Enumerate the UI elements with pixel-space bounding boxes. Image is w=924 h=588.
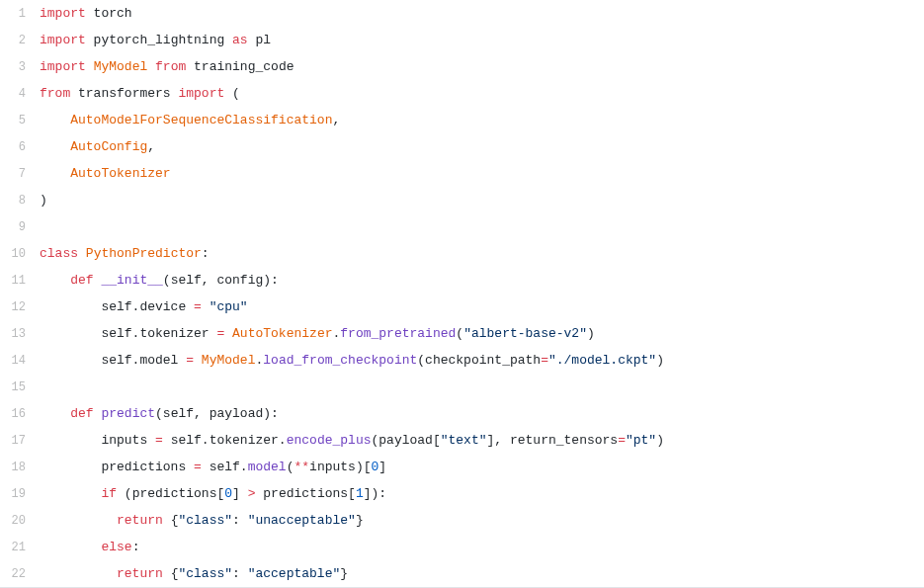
token-kw: return	[117, 513, 163, 528]
code-content[interactable]: self.device = "cpu"	[40, 294, 248, 320]
code-content[interactable]: AutoConfig,	[40, 133, 155, 160]
token-plain: {	[163, 513, 179, 528]
line-number: 1	[0, 7, 40, 21]
code-content[interactable]: return {"class": "unacceptable"}	[40, 507, 364, 534]
code-line[interactable]: 7 AutoTokenizer	[0, 160, 924, 187]
code-line[interactable]: 5 AutoModelForSequenceClassification,	[0, 107, 924, 133]
code-content[interactable]: from transformers import (	[40, 80, 240, 107]
code-content[interactable]: self.tokenizer = AutoTokenizer.from_pret…	[40, 320, 595, 347]
token-plain: (self, payload):	[155, 406, 279, 421]
code-content[interactable]: return {"class": "acceptable"}	[40, 560, 348, 587]
code-line[interactable]: 2import pytorch_lightning as pl	[0, 27, 924, 53]
token-plain: (self, config):	[163, 273, 279, 288]
code-line[interactable]: 14 self.model = MyModel.load_from_checkp…	[0, 347, 924, 374]
token-plain: predictions	[40, 460, 194, 474]
line-number: 5	[0, 114, 40, 127]
code-content[interactable]: else:	[40, 534, 139, 560]
line-number: 10	[0, 247, 40, 261]
token-plain	[224, 326, 232, 341]
token-fn: __init__	[101, 273, 162, 288]
code-line[interactable]: 17 inputs = self.tokenizer.encode_plus(p…	[0, 427, 924, 454]
token-plain: :	[232, 566, 248, 581]
token-fn: model	[248, 460, 287, 474]
code-line[interactable]: 22 return {"class": "acceptable"}	[0, 560, 924, 587]
token-kw: if	[101, 486, 117, 501]
code-content[interactable]: def __init__(self, config):	[40, 267, 279, 294]
code-line[interactable]: 15	[0, 374, 924, 400]
code-line[interactable]: 20 return {"class": "unacceptable"}	[0, 507, 924, 534]
code-editor[interactable]: 1import torch2import pytorch_lightning a…	[0, 0, 924, 588]
line-number: 2	[0, 34, 40, 47]
line-number: 11	[0, 274, 40, 288]
code-line[interactable]: 21 else:	[0, 534, 924, 560]
token-plain	[40, 513, 117, 528]
token-kw: =	[155, 433, 163, 448]
token-cls: MyModel	[94, 59, 148, 74]
code-line[interactable]: 3import MyModel from training_code	[0, 53, 924, 80]
code-content[interactable]: if (predictions[0] > predictions[1]):	[40, 480, 386, 507]
code-line[interactable]: 16 def predict(self, payload):	[0, 400, 924, 427]
token-kw: from	[155, 59, 186, 74]
token-plain: }	[356, 513, 364, 528]
line-number: 15	[0, 380, 40, 394]
code-content[interactable]: import MyModel from training_code	[40, 53, 294, 80]
token-fn: encode_plus	[287, 433, 372, 448]
token-plain	[40, 113, 70, 127]
token-cls: MyModel	[202, 353, 256, 368]
code-content[interactable]: self.model = MyModel.load_from_checkpoin…	[40, 347, 664, 374]
code-line[interactable]: 12 self.device = "cpu"	[0, 294, 924, 320]
token-plain: ], return_tensors	[487, 433, 619, 448]
code-line[interactable]: 11 def __init__(self, config):	[0, 267, 924, 294]
line-number: 19	[0, 487, 40, 501]
code-content[interactable]: class PythonPredictor:	[40, 240, 210, 267]
token-plain	[202, 299, 210, 314]
code-line[interactable]: 19 if (predictions[0] > predictions[1]):	[0, 480, 924, 507]
code-line[interactable]: 18 predictions = self.model(**inputs)[0]	[0, 454, 924, 480]
line-number: 14	[0, 354, 40, 368]
code-content[interactable]: predictions = self.model(**inputs)[0]	[40, 454, 386, 480]
code-line[interactable]: 4from transformers import (	[0, 80, 924, 107]
token-kw: as	[232, 33, 248, 47]
token-kw: =	[618, 433, 626, 448]
token-plain: self.tokenizer	[40, 326, 216, 341]
token-str: "pt"	[626, 433, 656, 448]
code-content[interactable]: AutoTokenizer	[40, 160, 171, 187]
token-plain: ]):	[364, 486, 386, 501]
code-content[interactable]: inputs = self.tokenizer.encode_plus(payl…	[40, 427, 664, 454]
token-plain: ]	[378, 460, 386, 474]
token-plain: {	[163, 566, 179, 581]
code-line[interactable]: 9	[0, 213, 924, 240]
code-content[interactable]: AutoModelForSequenceClassification,	[40, 107, 340, 133]
code-line[interactable]: 1import torch	[0, 0, 924, 27]
line-number: 9	[0, 220, 40, 234]
token-plain: :	[202, 246, 210, 261]
token-plain: )	[40, 193, 47, 208]
token-plain	[40, 139, 70, 154]
code-content[interactable]: )	[40, 187, 47, 213]
line-number: 8	[0, 194, 40, 208]
token-plain	[86, 59, 94, 74]
token-plain: )	[587, 326, 595, 341]
code-content[interactable]: import pytorch_lightning as pl	[40, 27, 271, 53]
line-number: 6	[0, 140, 40, 154]
token-plain	[40, 406, 70, 421]
token-cls: AutoTokenizer	[232, 326, 332, 341]
token-str: "acceptable"	[248, 566, 341, 581]
token-str: "class"	[178, 566, 232, 581]
line-number: 13	[0, 327, 40, 341]
code-line[interactable]: 8)	[0, 187, 924, 213]
token-plain: self.model	[40, 353, 186, 368]
code-line[interactable]: 6 AutoConfig,	[0, 133, 924, 160]
token-kw: =	[541, 353, 548, 368]
token-plain	[40, 166, 70, 181]
token-str: "class"	[178, 513, 232, 528]
token-kw: def	[70, 406, 93, 421]
code-line[interactable]: 10class PythonPredictor:	[0, 240, 924, 267]
token-plain	[194, 353, 202, 368]
code-line[interactable]: 13 self.tokenizer = AutoTokenizer.from_p…	[0, 320, 924, 347]
token-plain: :	[232, 513, 248, 528]
code-content[interactable]: import torch	[40, 0, 132, 27]
code-content[interactable]: def predict(self, payload):	[40, 400, 279, 427]
token-plain: ,	[147, 139, 155, 154]
token-kw: import	[40, 6, 86, 21]
